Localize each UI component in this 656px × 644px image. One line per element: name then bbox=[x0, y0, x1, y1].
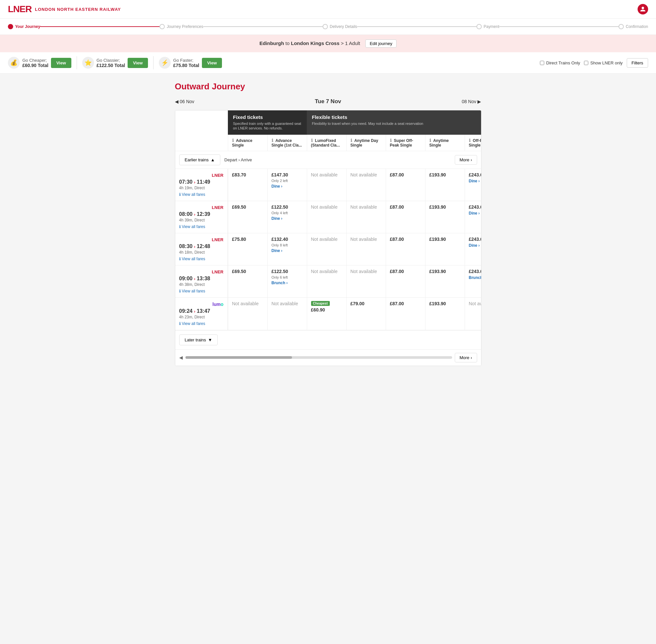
view-all-fares-0[interactable]: ℹ View all fares bbox=[179, 192, 224, 197]
fare-cell-2-4[interactable]: £87.00 bbox=[386, 233, 425, 265]
flexible-desc: Flexibility to travel when you need. May… bbox=[312, 121, 476, 126]
fare-price-0-5: £193.90 bbox=[430, 172, 461, 178]
view-all-fares-4[interactable]: ℹ View all fares bbox=[179, 321, 224, 326]
step-line-2 bbox=[203, 26, 323, 27]
view-all-fares-1[interactable]: ℹ View all fares bbox=[179, 224, 224, 229]
fare-cell-1-1[interactable]: £122.50Only 4 leftDine › bbox=[267, 201, 307, 233]
step-label-2: Journey Preferences bbox=[167, 24, 203, 29]
fare-cell-3-4[interactable]: £87.00 bbox=[386, 266, 425, 297]
direct-trains-checkbox-label[interactable]: Direct Trains Only bbox=[540, 61, 580, 65]
show-lner-checkbox-label[interactable]: Show LNER only bbox=[584, 61, 622, 65]
classier-text: Go Classier; £122.50 Total bbox=[97, 58, 125, 68]
fare-cell-0-0[interactable]: £83.70 bbox=[228, 169, 267, 201]
fare-cell-3-5[interactable]: £193.90 bbox=[425, 266, 465, 297]
info-icon-7[interactable]: ℹ bbox=[469, 138, 471, 143]
fare-cell-3-1[interactable]: £122.50Only 6 leftBrunch › bbox=[267, 266, 307, 297]
edit-journey-button[interactable]: Edit journey bbox=[365, 40, 397, 48]
train-duration-1: 4h 39m, Direct bbox=[179, 218, 224, 223]
current-date: Tue 7 Nov bbox=[315, 98, 341, 105]
col-lumo-label: LumoFixed (Standard Cla... bbox=[311, 138, 340, 147]
filters-button[interactable]: Filters bbox=[627, 58, 648, 68]
dine-link-2-1[interactable]: Dine › bbox=[271, 248, 303, 253]
fare-cell-2-5[interactable]: £193.90 bbox=[425, 233, 465, 265]
fare-cell-3-0[interactable]: £69.50 bbox=[228, 266, 267, 297]
later-trains-button[interactable]: Later trains ▼ bbox=[179, 335, 218, 345]
fare-cell-1-2: Not available bbox=[307, 201, 346, 233]
fare-cell-4-2[interactable]: Cheapest£60.90 bbox=[307, 298, 346, 330]
classier-price: £122.50 Total bbox=[97, 63, 125, 68]
fare-cell-4-3[interactable]: £79.00 bbox=[346, 298, 386, 330]
info-icon-4[interactable]: ℹ bbox=[351, 138, 352, 143]
fare-cell-0-1[interactable]: £147.30Only 2 leftDine › bbox=[267, 169, 307, 201]
dine-link-3-1[interactable]: Brunch › bbox=[271, 281, 303, 285]
fare-cell-0-4[interactable]: £87.00 bbox=[386, 169, 425, 201]
fixed-desc: Specified train only with a guaranteed s… bbox=[233, 121, 302, 131]
cheapest-badge: Cheapest bbox=[311, 301, 330, 306]
fare-cell-4-4[interactable]: £87.00 bbox=[386, 298, 425, 330]
more-button-top[interactable]: More › bbox=[455, 155, 477, 165]
dine-link-2-6[interactable]: Dine › bbox=[469, 243, 481, 248]
fare-cell-1-4[interactable]: £87.00 bbox=[386, 201, 425, 233]
fare-price-1-1: £122.50 bbox=[271, 204, 303, 210]
more-button-bottom[interactable]: More › bbox=[455, 353, 477, 362]
fare-cell-3-6[interactable]: £243.00Brunch › bbox=[465, 266, 481, 297]
fare-price-4-4: £87.00 bbox=[390, 301, 421, 306]
col-lumo-fixed: ℹ LumoFixed (Standard Cla... bbox=[307, 135, 346, 151]
chevron-right-icon: ▶ bbox=[478, 99, 481, 104]
info-icon-5[interactable]: ℹ bbox=[390, 138, 392, 143]
cheaper-view-button[interactable]: View bbox=[51, 58, 71, 68]
train-row: LNER09:00 › 13:384h 38m, Directℹ View al… bbox=[175, 266, 481, 298]
train-info-3: LNER09:00 › 13:384h 38m, Directℹ View al… bbox=[175, 266, 228, 297]
fare-cell-4-5[interactable]: £193.90 bbox=[425, 298, 465, 330]
fare-cell-1-6[interactable]: £243.00Dine › bbox=[465, 201, 481, 233]
fare-cell-2-1[interactable]: £132.40Only 8 leftDine › bbox=[267, 233, 307, 265]
info-icon-3[interactable]: ℹ bbox=[311, 138, 313, 143]
bottom-bar: ◀ More › bbox=[175, 349, 481, 366]
step-circle-3 bbox=[323, 24, 328, 29]
view-all-fares-3[interactable]: ℹ View all fares bbox=[179, 289, 224, 293]
fare-price-4-2: £60.90 bbox=[311, 307, 342, 313]
step-your-journey: Your Journey bbox=[8, 24, 40, 29]
info-icon-2[interactable]: ℹ bbox=[271, 138, 273, 143]
direct-trains-checkbox[interactable] bbox=[540, 61, 544, 65]
go-cheaper-option: 💰 Go Cheaper; £60.90 Total View bbox=[8, 57, 71, 69]
scroll-arrow-left[interactable]: ◀ bbox=[179, 355, 183, 360]
fare-cell-1-0[interactable]: £69.50 bbox=[228, 201, 267, 233]
fare-cell-2-6[interactable]: £243.00Dine › bbox=[465, 233, 481, 265]
train-info-0: LNER07:30 › 11:494h 19m, Directℹ View al… bbox=[175, 169, 228, 201]
step-label-1: Your Journey bbox=[15, 24, 40, 29]
dine-link-1-1[interactable]: Dine › bbox=[271, 216, 303, 221]
chevron-right-more: › bbox=[471, 157, 472, 162]
prev-date-button[interactable]: ◀ 06 Nov bbox=[175, 99, 194, 104]
view-all-fares-2[interactable]: ℹ View all fares bbox=[179, 257, 224, 261]
dine-link-0-1[interactable]: Dine › bbox=[271, 184, 303, 189]
header: LNER LONDON NORTH EASTERN RAILWAY bbox=[0, 0, 656, 19]
col-super-off-peak: ℹ Super Off-Peak Single bbox=[386, 135, 425, 151]
fare-cell-1-5[interactable]: £193.90 bbox=[425, 201, 465, 233]
dine-link-3-6[interactable]: Brunch › bbox=[469, 275, 481, 280]
fare-cell-2-0[interactable]: £75.80 bbox=[228, 233, 267, 265]
step-circle-2 bbox=[159, 24, 165, 29]
dine-link-1-6[interactable]: Dine › bbox=[469, 211, 481, 215]
depart-arrive: Depart › Arrive bbox=[224, 157, 252, 162]
scrollbar-track[interactable] bbox=[185, 356, 452, 359]
classier-view-button[interactable]: View bbox=[128, 58, 148, 68]
fare-cell-0-6[interactable]: £243.00Dine › bbox=[465, 169, 481, 201]
show-lner-checkbox[interactable] bbox=[584, 61, 588, 65]
earlier-trains-button[interactable]: Earlier trains ▲ bbox=[179, 155, 221, 165]
user-icon[interactable] bbox=[638, 4, 648, 15]
info-icon-6[interactable]: ℹ bbox=[430, 138, 431, 143]
info-icon-1[interactable]: ℹ bbox=[232, 138, 234, 143]
fare-price-3-0: £69.50 bbox=[232, 269, 263, 274]
faster-view-button[interactable]: View bbox=[202, 58, 222, 68]
logo: LNER LONDON NORTH EASTERN RAILWAY bbox=[8, 4, 121, 15]
divider-2 bbox=[153, 56, 154, 69]
train-times-2: 08:30 › 12:48 bbox=[179, 244, 224, 249]
train-duration-4: 4h 23m, Direct bbox=[179, 315, 224, 319]
fare-cell-0-5[interactable]: £193.90 bbox=[425, 169, 465, 201]
next-date-button[interactable]: 08 Nov ▶ bbox=[462, 99, 481, 104]
fare-cell-4-0: Not available bbox=[228, 298, 267, 330]
col-anytime-single-label: Anytime Single bbox=[430, 138, 449, 147]
fare-price-0-6: £243.00 bbox=[469, 172, 481, 178]
dine-link-0-6[interactable]: Dine › bbox=[469, 179, 481, 183]
